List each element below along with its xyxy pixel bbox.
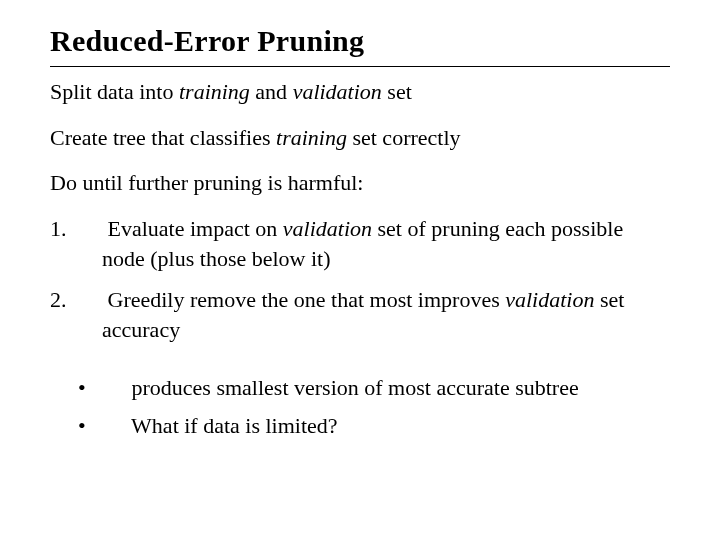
text: Greedily remove the one that most improv… <box>102 287 505 312</box>
bullet-icon: • <box>102 411 126 441</box>
item-number: 2. <box>76 285 102 315</box>
text: set <box>382 79 412 104</box>
italic-validation: validation <box>293 79 382 104</box>
italic-validation: validation <box>283 216 372 241</box>
text: and <box>250 79 293 104</box>
title-rule <box>50 66 670 67</box>
text: Evaluate impact on <box>102 216 283 241</box>
text: Split data into <box>50 79 179 104</box>
slide: Reduced-Error Pruning Split data into tr… <box>0 0 720 468</box>
text: Create tree that classifies <box>50 125 276 150</box>
numbered-item-1: 1. Evaluate impact on validation set of … <box>50 214 670 273</box>
item-number: 1. <box>76 214 102 244</box>
italic-training: training <box>179 79 250 104</box>
italic-training: training <box>276 125 347 150</box>
bullet-item-2: • What if data is limited? <box>102 411 670 441</box>
bullet-item-1: • produces smallest version of most accu… <box>102 373 670 403</box>
para-split-data: Split data into training and validation … <box>50 77 670 107</box>
numbered-item-2: 2. Greedily remove the one that most imp… <box>50 285 670 344</box>
text: What if data is limited? <box>126 413 338 438</box>
bullet-list: • produces smallest version of most accu… <box>50 373 670 440</box>
text: produces smallest version of most accura… <box>126 375 579 400</box>
slide-title: Reduced-Error Pruning <box>50 24 670 58</box>
para-create-tree: Create tree that classifies training set… <box>50 123 670 153</box>
italic-validation: validation <box>505 287 594 312</box>
para-do-until: Do until further pruning is harmful: <box>50 168 670 198</box>
text: set correctly <box>347 125 461 150</box>
bullet-icon: • <box>102 373 126 403</box>
